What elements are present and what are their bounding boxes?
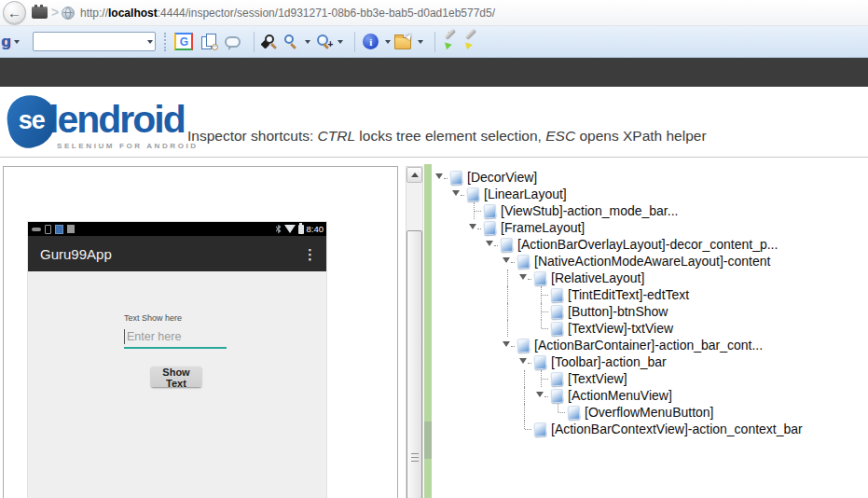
- globe-icon: [62, 7, 75, 20]
- scrollbar-thumb[interactable]: [406, 230, 422, 498]
- tree-indent: [500, 353, 517, 370]
- bookmarks-caret-icon[interactable]: [418, 40, 423, 44]
- highlighter-icon[interactable]: [463, 33, 481, 50]
- bookmarks-folder-icon[interactable]: [394, 37, 411, 49]
- tree-expander-icon[interactable]: [533, 387, 550, 404]
- spellcheck-magnifier-icon[interactable]: [262, 34, 279, 50]
- enter-here-input[interactable]: [124, 326, 227, 347]
- tree-expander-icon[interactable]: [433, 169, 449, 186]
- google-logo-caret-icon[interactable]: [14, 40, 20, 44]
- tree-expander-icon[interactable]: [517, 353, 533, 370]
- tree-expander-icon[interactable]: [500, 253, 517, 270]
- tree-node[interactable]: [ViewStub]-action_mode_bar...: [433, 202, 803, 219]
- zoom-caret-icon[interactable]: [305, 40, 310, 44]
- tree-node[interactable]: [ActionBarContextView]-action_context_ba…: [433, 421, 803, 437]
- toolbar-search-box[interactable]: [33, 32, 156, 51]
- tree-indent: [449, 270, 466, 286]
- info-icon[interactable]: i: [363, 34, 379, 49]
- tree-indent: [449, 370, 466, 387]
- tree-node[interactable]: [NativeActionModeAwareLayout]-content: [433, 253, 803, 270]
- device-screenshot[interactable]: 8:40 Guru99App ⋮ Text Show here Show Tex…: [28, 222, 326, 498]
- tree-expander-icon[interactable]: [449, 186, 466, 202]
- tree-node-label[interactable]: [TextView]-txtView: [568, 321, 673, 336]
- tree-node-label[interactable]: [FrameLayout]: [501, 220, 585, 235]
- zoom-magnifier-icon[interactable]: [282, 34, 298, 50]
- enter-here-field[interactable]: [124, 326, 227, 349]
- tree-expander-icon[interactable]: [466, 219, 483, 236]
- tree-node-label[interactable]: [ActionBarOverlayLayout]-decor_content_p…: [517, 237, 778, 252]
- tree-expander-icon[interactable]: [500, 337, 517, 353]
- tree-node-label[interactable]: [Toolbar]-action_bar: [551, 354, 667, 369]
- tree-expander-icon[interactable]: [517, 270, 533, 286]
- search-dropdown-caret-icon[interactable]: [147, 40, 153, 44]
- info-caret-icon[interactable]: [385, 40, 391, 44]
- tree-connector: [550, 404, 567, 421]
- tree-node[interactable]: [TextView]-txtView: [433, 320, 803, 337]
- tree-indent: [433, 286, 449, 303]
- highlighter-add-icon[interactable]: +: [443, 33, 461, 50]
- tree-indent: [517, 286, 533, 303]
- back-button[interactable]: ←: [3, 1, 26, 24]
- tree-node-label[interactable]: [ViewStub]-action_mode_bar...: [501, 203, 678, 218]
- left-pane-scrollbar[interactable]: [406, 166, 423, 498]
- tree-node-label[interactable]: [OverflowMenuButton]: [585, 405, 714, 420]
- tree-node[interactable]: [Toolbar]-action_bar: [433, 353, 803, 370]
- tree-indent: [483, 320, 500, 337]
- tree-node[interactable]: [ActionBarOverlayLayout]-decor_content_p…: [433, 236, 803, 253]
- tree-node[interactable]: [TintEditText]-edtText: [433, 286, 803, 303]
- breadcrumb-chevron-icon: >: [51, 5, 59, 20]
- tree-indent: [483, 270, 500, 286]
- selendroid-logo: se lendroid SELENIUM FOR ANDROID: [7, 93, 185, 151]
- tree-indent: [483, 286, 500, 303]
- show-text-button[interactable]: Show Text: [151, 367, 201, 387]
- toolbar-search-input[interactable]: [34, 34, 155, 51]
- tree-node-label[interactable]: [DecorView]: [467, 170, 537, 185]
- scrollbar-grip: [411, 453, 419, 462]
- tree-node-label[interactable]: [TintEditText]-edtText: [568, 287, 689, 302]
- tree-node-icon: [568, 405, 581, 420]
- url-field[interactable]: http://localhost:4444/inspector/session/…: [80, 7, 495, 20]
- tree-node-label[interactable]: [ActionBarContainer]-action_bar_cont...: [534, 338, 763, 353]
- search-site-icon[interactable]: [200, 34, 218, 50]
- tree-indent: [433, 202, 449, 219]
- tree-indent: [449, 286, 466, 303]
- tree-indent: [449, 303, 466, 320]
- tree-node[interactable]: [RelativeLayout]: [433, 270, 803, 286]
- tree-indent: [466, 353, 483, 370]
- tree-node-label[interactable]: [ActionBarContextView]-action_context_ba…: [551, 422, 803, 436]
- tree-indent: [449, 387, 466, 404]
- tree-indent: [449, 404, 466, 421]
- device-action-bar: Guru99App ⋮: [28, 236, 326, 271]
- text-show-label: Text Show here: [124, 313, 182, 323]
- app-title: Guru99App: [40, 246, 112, 262]
- scrollbar-up-button[interactable]: [406, 167, 422, 183]
- tree-node[interactable]: [TextView]: [433, 370, 803, 387]
- tree-node-label[interactable]: [ActionMenuView]: [568, 388, 672, 403]
- tree-node[interactable]: [LinearLayout]: [433, 186, 803, 202]
- overflow-menu-icon[interactable]: ⋮: [303, 247, 317, 261]
- tree-guide-line: [517, 370, 533, 387]
- tree-node-icon: [517, 338, 530, 353]
- tree-node-label[interactable]: [Button]-btnShow: [568, 304, 668, 319]
- toolbar-grip-handle[interactable]: [164, 33, 168, 51]
- pane-splitter[interactable]: [424, 164, 432, 498]
- tree-node[interactable]: [ActionBarContainer]-action_bar_cont...: [433, 337, 803, 353]
- zoom-in-caret-icon[interactable]: [338, 40, 343, 44]
- tree-indent: [449, 320, 466, 337]
- tree-node-label[interactable]: [NativeActionModeAwareLayout]-content: [534, 254, 770, 269]
- tree-node-icon: [551, 371, 564, 386]
- tree-node-label[interactable]: [RelativeLayout]: [551, 270, 644, 285]
- tree-node-label[interactable]: [LinearLayout]: [484, 187, 567, 201]
- tree-node[interactable]: [FrameLayout]: [433, 219, 803, 236]
- tree-indent: [466, 387, 483, 404]
- tree-node[interactable]: [ActionMenuView]: [433, 387, 803, 404]
- tree-node-label[interactable]: [TextView]: [568, 371, 627, 386]
- tree-node[interactable]: [DecorView]: [433, 169, 803, 186]
- tree-connector: [533, 286, 550, 303]
- comment-bubble-icon[interactable]: [225, 36, 241, 48]
- google-search-button[interactable]: G: [174, 33, 193, 50]
- zoom-in-magnifier-icon[interactable]: +: [314, 34, 331, 50]
- tree-node[interactable]: [OverflowMenuButton]: [433, 404, 803, 421]
- tree-node[interactable]: [Button]-btnShow: [433, 303, 803, 320]
- tree-expander-icon[interactable]: [483, 236, 500, 253]
